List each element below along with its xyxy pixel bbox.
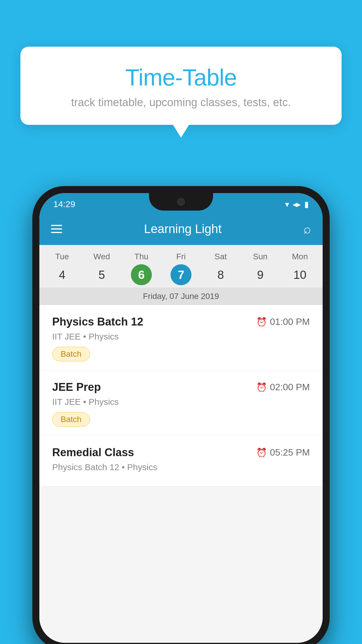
schedule-item[interactable]: Remedial Class⏰05:25 PMPhysics Batch 12 … <box>39 436 323 487</box>
hamburger-menu-icon[interactable] <box>51 225 62 233</box>
schedule-list: Physics Batch 12⏰01:00 PMIIT JEE • Physi… <box>39 305 323 643</box>
selected-date-label: Friday, 07 June 2019 <box>39 288 323 305</box>
phone-outer: 14:29 ▾ ◂▸ ▮ Learning Light ⌕ <box>32 186 330 644</box>
schedule-item[interactable]: JEE Prep⏰02:00 PMIIT JEE • PhysicsBatch <box>39 370 323 436</box>
item-time: ⏰01:00 PM <box>256 316 310 327</box>
day-name: Sat <box>215 252 227 261</box>
item-title: JEE Prep <box>52 381 101 393</box>
item-header: JEE Prep⏰02:00 PM <box>52 381 310 393</box>
clock-icon: ⏰ <box>256 447 267 458</box>
day-col-thu[interactable]: Thu6 <box>124 252 159 285</box>
item-time: ⏰05:25 PM <box>256 447 310 458</box>
tooltip-subtitle: track timetable, upcoming classes, tests… <box>38 96 324 109</box>
day-name: Wed <box>93 252 110 261</box>
app-bar: Learning Light ⌕ <box>39 213 323 245</box>
phone-mockup: 14:29 ▾ ◂▸ ▮ Learning Light ⌕ <box>32 186 330 644</box>
day-name: Sun <box>253 252 268 261</box>
batch-badge: Batch <box>52 412 90 427</box>
day-number[interactable]: 5 <box>91 264 112 285</box>
item-subtitle: Physics Batch 12 • Physics <box>52 462 310 472</box>
app-title: Learning Light <box>73 222 293 236</box>
clock-icon: ⏰ <box>256 382 267 392</box>
day-col-mon[interactable]: Mon10 <box>282 252 317 285</box>
search-icon[interactable]: ⌕ <box>303 222 311 236</box>
day-number[interactable]: 10 <box>289 264 310 285</box>
calendar-strip: Tue4Wed5Thu6Fri7Sat8Sun9Mon10 Friday, 07… <box>39 245 323 305</box>
schedule-item[interactable]: Physics Batch 12⏰01:00 PMIIT JEE • Physi… <box>39 305 323 370</box>
day-number[interactable]: 6 <box>131 264 152 285</box>
item-header: Remedial Class⏰05:25 PM <box>52 446 310 459</box>
batch-badge: Batch <box>52 347 90 361</box>
day-name: Tue <box>55 252 69 261</box>
day-number[interactable]: 8 <box>210 264 231 285</box>
days-row: Tue4Wed5Thu6Fri7Sat8Sun9Mon10 <box>39 252 323 288</box>
day-name: Thu <box>134 252 148 261</box>
day-col-sat[interactable]: Sat8 <box>203 252 238 285</box>
item-title: Remedial Class <box>52 446 134 459</box>
battery-icon: ▮ <box>304 200 309 209</box>
front-camera <box>177 198 185 206</box>
item-subtitle: IIT JEE • Physics <box>52 332 310 342</box>
tooltip-card: Time-Table track timetable, upcoming cla… <box>20 47 342 125</box>
wifi-icon: ▾ <box>285 200 289 209</box>
item-header: Physics Batch 12⏰01:00 PM <box>52 316 310 328</box>
status-time: 14:29 <box>53 199 75 209</box>
day-name: Fri <box>176 252 186 261</box>
day-number[interactable]: 9 <box>250 264 271 285</box>
item-time: ⏰02:00 PM <box>256 382 310 393</box>
screen-content: 14:29 ▾ ◂▸ ▮ Learning Light ⌕ <box>39 193 323 643</box>
phone-notch <box>149 193 213 211</box>
day-number[interactable]: 4 <box>52 264 73 285</box>
day-col-wed[interactable]: Wed5 <box>84 252 119 285</box>
clock-icon: ⏰ <box>256 317 267 327</box>
day-col-fri[interactable]: Fri7 <box>164 252 198 285</box>
item-title: Physics Batch 12 <box>52 316 143 328</box>
day-col-tue[interactable]: Tue4 <box>45 252 80 285</box>
tooltip-title: Time-Table <box>38 64 324 91</box>
day-number[interactable]: 7 <box>171 264 191 285</box>
phone-screen: 14:29 ▾ ◂▸ ▮ Learning Light ⌕ <box>39 193 323 643</box>
item-subtitle: IIT JEE • Physics <box>52 397 310 407</box>
status-icons: ▾ ◂▸ ▮ <box>285 200 309 209</box>
day-col-sun[interactable]: Sun9 <box>243 252 278 285</box>
day-name: Mon <box>292 252 308 261</box>
signal-icon: ◂▸ <box>293 200 301 209</box>
